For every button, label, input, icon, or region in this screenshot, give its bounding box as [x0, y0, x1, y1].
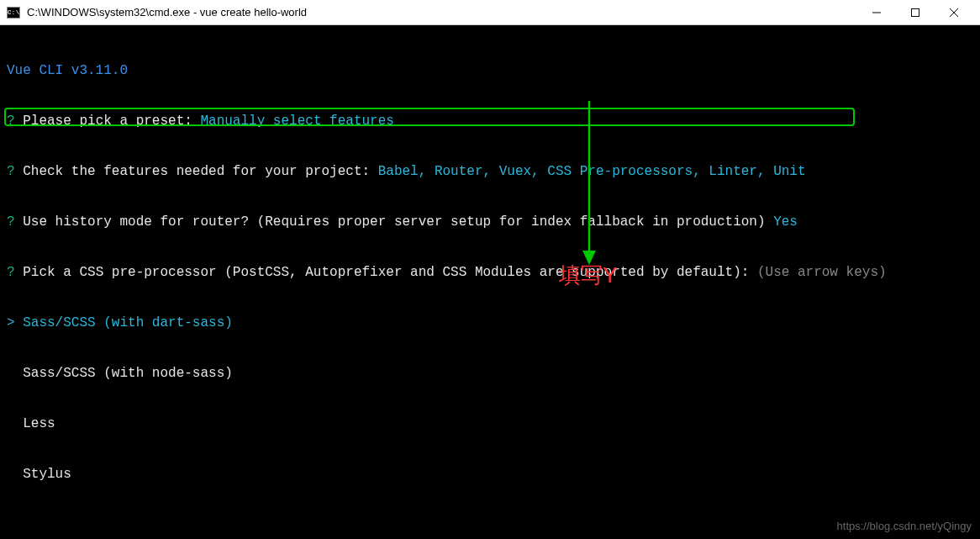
terminal-body[interactable]: Vue CLI v3.11.0 ? Please pick a preset: …	[0, 25, 980, 536]
svg-rect-1	[912, 8, 919, 16]
annotation-text: 填写Y	[559, 261, 617, 290]
prompt-line-history-mode: ? Use history mode for router? (Requires…	[7, 214, 973, 230]
cli-version: Vue CLI v3.11.0	[7, 62, 973, 79]
window-title: C:\WINDOWS\system32\cmd.exe - vue create…	[27, 6, 307, 18]
titlebar-left: C:\ C:\WINDOWS\system32\cmd.exe - vue cr…	[7, 6, 307, 18]
close-button[interactable]	[935, 0, 973, 25]
prompt-line-preset: ? Please pick a preset: Manually select …	[7, 113, 973, 129]
option-selected[interactable]: > Sass/SCSS (with dart-sass)	[7, 314, 973, 331]
window-controls	[857, 0, 973, 25]
prompt-line-css-preprocessor: ? Pick a CSS pre-processor (PostCSS, Aut…	[7, 264, 973, 281]
prompt-line-features: ? Check the features needed for your pro…	[7, 163, 973, 180]
option-item[interactable]: Sass/SCSS (with node-sass)	[7, 365, 973, 382]
option-item[interactable]: Less	[7, 415, 973, 432]
minimize-button[interactable]	[857, 0, 896, 25]
window-titlebar: C:\ C:\WINDOWS\system32\cmd.exe - vue cr…	[0, 0, 980, 25]
cmd-icon: C:\	[7, 7, 20, 18]
option-item[interactable]: Stylus	[7, 466, 973, 483]
watermark-text: https://blog.csdn.net/yQingy	[837, 520, 972, 532]
maximize-button[interactable]	[896, 0, 935, 25]
